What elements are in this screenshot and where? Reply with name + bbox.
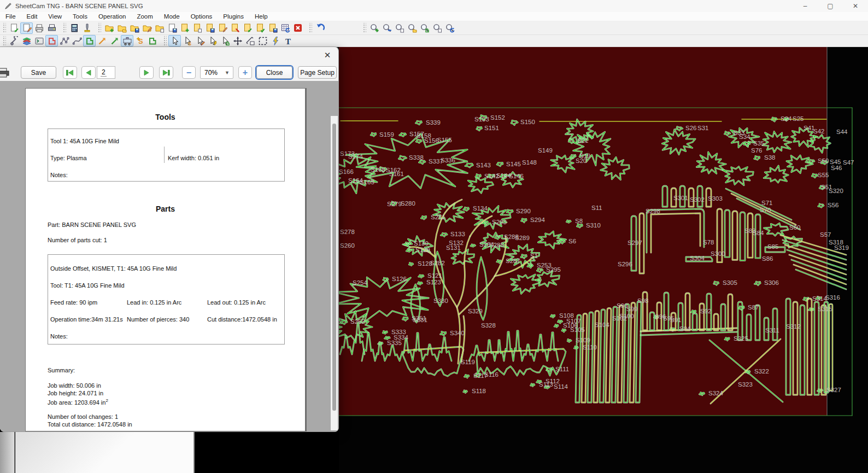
edit-curve-button[interactable] [71, 35, 83, 46]
simulate-button[interactable] [269, 35, 281, 46]
plot-button[interactable] [45, 22, 58, 34]
plot-icon [47, 23, 57, 33]
save-job-button[interactable] [128, 22, 140, 34]
zoom-level-select[interactable]: 70% ▼ [200, 66, 233, 79]
select-cursor-button[interactable] [168, 35, 181, 46]
scrollbar-thumb[interactable] [332, 124, 336, 411]
move-part-button[interactable] [231, 35, 244, 46]
part-label: S161 [389, 171, 404, 177]
add-start-point-button[interactable]: S [133, 35, 146, 46]
toolbar-handle[interactable] [308, 23, 312, 33]
menu-edit[interactable]: Edit [21, 13, 43, 20]
contour-cursor-button[interactable] [219, 35, 231, 46]
verify-parts-button[interactable] [254, 22, 266, 34]
toolbar-handle[interactable] [2, 23, 6, 33]
delete-part-button[interactable] [291, 22, 304, 34]
zoom-window-button[interactable] [418, 22, 431, 34]
part-label: S338 [409, 154, 424, 161]
copy-job-button[interactable] [153, 22, 166, 34]
menu-view[interactable]: View [43, 13, 67, 20]
toolbar-handle[interactable] [163, 36, 167, 46]
save-button[interactable]: Save [21, 66, 56, 79]
edit-post-processor-button[interactable] [20, 22, 33, 34]
close-button[interactable]: ✕ [843, 0, 868, 12]
menu-options[interactable]: Options [185, 13, 218, 20]
zoom-out-button[interactable] [380, 22, 393, 34]
new-job-button[interactable] [103, 22, 115, 34]
menu-plugins[interactable]: Plugins [218, 13, 249, 20]
layers-button[interactable] [20, 35, 33, 46]
move-orange-icon [97, 36, 107, 46]
edit-nodes-button[interactable] [58, 35, 71, 46]
page-setup-button[interactable]: Page Setup [298, 66, 337, 79]
toolbar-handle[interactable] [97, 23, 101, 33]
edit-part-button[interactable] [216, 22, 228, 34]
edit-job-button[interactable] [140, 22, 153, 34]
part-label: S280 [401, 200, 415, 207]
print-button[interactable] [33, 22, 45, 34]
zoom-sheet-button[interactable] [431, 22, 443, 34]
maximize-button[interactable]: ▢ [818, 0, 843, 12]
toolbar-handle[interactable] [2, 36, 6, 46]
menu-help[interactable]: Help [249, 13, 273, 20]
part-label: S47 [843, 159, 854, 166]
zoom-in-button[interactable] [368, 22, 380, 34]
zoom-machine-button[interactable] [443, 22, 456, 34]
copy-part-button[interactable] [191, 22, 203, 34]
box-select-button[interactable] [256, 35, 269, 46]
zoom-in-button[interactable]: + [238, 66, 252, 79]
move-green-button[interactable] [108, 35, 121, 46]
cut-path-tool-button[interactable] [8, 35, 20, 46]
menu-zoom[interactable]: Zoom [131, 13, 158, 20]
save-job-copy-button[interactable] [166, 22, 178, 34]
start-point-cursor-button[interactable]: S [181, 35, 193, 46]
menu-operation[interactable]: Operation [93, 13, 132, 20]
menu-file[interactable]: File [0, 13, 21, 20]
zoom-out-button[interactable]: − [182, 66, 196, 79]
part-label: S55 [818, 172, 829, 178]
first-page-button[interactable] [63, 66, 77, 79]
close-preview-button[interactable]: Close [256, 66, 292, 79]
move-orange-button[interactable] [96, 35, 108, 46]
page-number-input[interactable]: 2 [97, 66, 115, 79]
last-page-button[interactable] [159, 66, 173, 79]
toolbar-edit: SST [0, 35, 868, 47]
run-post-processor-button[interactable] [8, 22, 20, 34]
tool-table-button[interactable] [80, 22, 93, 34]
printer-icon[interactable] [0, 67, 11, 78]
post-console-button[interactable] [33, 35, 45, 46]
pen-cursor-button[interactable] [193, 35, 206, 46]
add-text-button[interactable]: T [281, 35, 294, 46]
drawing-canvas[interactable]: S339S152S153S151S150S159S157S158S156S155… [339, 47, 868, 473]
open-job-button[interactable] [115, 22, 128, 34]
preview-scrollbar[interactable] [331, 116, 338, 430]
prev-page-button[interactable] [81, 66, 96, 79]
part-label: S133 [450, 231, 465, 237]
toolbar-handle[interactable] [62, 23, 66, 33]
menu-tools[interactable]: Tools [67, 13, 93, 20]
menu-mode[interactable]: Mode [159, 13, 185, 20]
part-label: S278 [340, 229, 355, 235]
machine-setup-button[interactable] [121, 35, 133, 46]
start-point-cursor-icon: S [183, 36, 192, 46]
rapid-cursor-button[interactable] [206, 35, 219, 46]
parts-cut: Number of parts cut: 1 [48, 237, 107, 243]
outside-contour-button[interactable] [83, 35, 96, 46]
minimize-button[interactable]: – [793, 0, 818, 12]
measure-button[interactable] [244, 35, 256, 46]
undo-button[interactable] [314, 22, 326, 34]
next-page-button[interactable] [139, 66, 154, 79]
toolbar-handle[interactable] [362, 23, 366, 33]
inside-contour-button[interactable] [45, 35, 58, 46]
save-part-button[interactable] [203, 22, 216, 34]
new-part-button[interactable] [178, 22, 191, 34]
dialog-close-icon[interactable]: ✕ [320, 49, 335, 62]
refresh-nest-button[interactable] [279, 22, 291, 34]
save-parts-button[interactable] [266, 22, 279, 34]
import-part-button[interactable] [228, 22, 241, 34]
calculator-button[interactable] [68, 22, 80, 34]
contour-mode-button[interactable] [146, 35, 159, 46]
zoom-all-parts-button[interactable] [406, 22, 418, 34]
link-part-button[interactable] [241, 22, 254, 34]
zoom-part-button[interactable] [393, 22, 406, 34]
